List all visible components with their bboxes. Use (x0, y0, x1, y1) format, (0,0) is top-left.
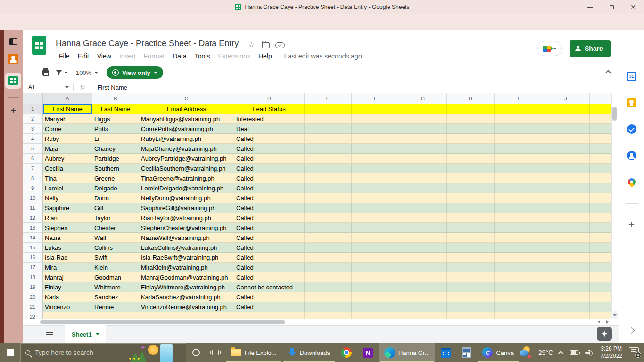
cell-C9[interactable]: LoreleiDelgado@vatraining.ph (139, 183, 234, 193)
cell-A16[interactable]: Isla-Rae (43, 253, 92, 263)
cell-I13[interactable] (495, 223, 542, 233)
cell-E16[interactable] (305, 253, 352, 263)
cell-F2[interactable] (352, 114, 399, 124)
cell-H7[interactable] (447, 164, 495, 173)
col-header-partial[interactable] (590, 93, 611, 104)
cell-I22[interactable] (495, 312, 542, 319)
cell-K19[interactable] (590, 282, 611, 292)
cell-K22[interactable] (590, 312, 611, 319)
row-header-3[interactable]: 3 (23, 124, 43, 134)
cell-K15[interactable] (590, 243, 611, 253)
cell-H11[interactable] (447, 203, 495, 213)
star-document-icon[interactable]: ☆ (248, 41, 255, 49)
cell-J5[interactable] (542, 144, 590, 154)
cell-I14[interactable] (495, 233, 542, 243)
cell-K1[interactable] (590, 104, 611, 114)
cell-J15[interactable] (542, 243, 590, 253)
filter-icon[interactable] (53, 66, 71, 79)
tray-expand-icon[interactable] (558, 351, 563, 356)
cell-I5[interactable] (495, 144, 542, 154)
sheets-logo[interactable] (32, 36, 46, 55)
cell-B13[interactable]: Chester (92, 223, 139, 233)
vertical-scrollbar-thumb[interactable] (612, 107, 617, 121)
cell-K6[interactable] (590, 154, 611, 164)
cell-E22[interactable] (305, 312, 352, 319)
cell-B4[interactable]: Li (92, 134, 139, 144)
sheet-tab-sheet1[interactable]: Sheet1 (65, 325, 106, 343)
temperature[interactable]: 29°C (538, 349, 553, 356)
row-header-12[interactable]: 12 (23, 213, 43, 223)
cell-H13[interactable] (447, 223, 495, 233)
cell-J20[interactable] (542, 292, 590, 302)
cell-H5[interactable] (447, 144, 495, 154)
cell-D20[interactable]: Called (234, 292, 305, 302)
cell-A13[interactable]: Stephen (43, 223, 92, 233)
cell-A19[interactable]: Finlay (43, 282, 92, 292)
cell-K20[interactable] (590, 292, 611, 302)
cell-G22[interactable] (399, 312, 447, 319)
cell-C13[interactable]: StephenChester@vatraining.ph (139, 223, 234, 233)
cell-F15[interactable] (352, 243, 399, 253)
cell-K18[interactable] (590, 272, 611, 282)
cell-A8[interactable]: Tina (43, 173, 92, 183)
cell-C18[interactable]: ManrajGoodman@vatraining.ph (139, 272, 234, 282)
cell-D19[interactable]: Cannot be contacted (234, 282, 305, 292)
cell-D15[interactable]: Called (234, 243, 305, 253)
cell-C3[interactable]: CorriePotts@vatraining.ph (139, 124, 234, 134)
cell-C14[interactable]: NaziaWall@vatraining.ph (139, 233, 234, 243)
all-sheets-icon[interactable] (42, 329, 57, 340)
cell-I16[interactable] (495, 253, 542, 263)
cell-D10[interactable]: Called (234, 193, 305, 203)
cell-A18[interactable]: Manraj (43, 272, 92, 282)
cell-J8[interactable] (542, 173, 590, 183)
cell-D13[interactable]: Called (234, 223, 305, 233)
new-tab-button[interactable]: + (10, 106, 16, 115)
row-header-1[interactable]: 1 (23, 104, 43, 114)
cell-G4[interactable] (399, 134, 447, 144)
cell-J12[interactable] (542, 213, 590, 223)
cell-D14[interactable]: Called (234, 233, 305, 243)
row-header-17[interactable]: 17 (23, 263, 43, 272)
cell-K8[interactable] (590, 173, 611, 183)
cell-C4[interactable]: RubyLi@vatraining.ph (139, 134, 234, 144)
row-header-8[interactable]: 8 (23, 173, 43, 183)
cell-H10[interactable] (447, 193, 495, 203)
cell-C20[interactable]: KarlaSanchez@vatraining.ph (139, 292, 234, 302)
print-icon[interactable] (39, 66, 52, 79)
cell-F7[interactable] (352, 164, 399, 173)
cell-C19[interactable]: FinlayWhitmore@vatraining.ph (139, 282, 234, 292)
cell-I6[interactable] (495, 154, 542, 164)
active-tab-sheets[interactable] (5, 73, 21, 89)
cell-A7[interactable]: Cecilia (43, 164, 92, 173)
cell-I7[interactable] (495, 164, 542, 173)
clock[interactable]: 3:26 PM 7/2/2022 (600, 346, 622, 360)
menu-data[interactable]: Data (169, 51, 190, 61)
cell-C10[interactable]: NellyDunn@vatraining.ph (139, 193, 234, 203)
maximize-button[interactable] (601, 0, 622, 14)
row-header-11[interactable]: 11 (23, 203, 43, 213)
cell-H12[interactable] (447, 213, 495, 223)
keep-icon[interactable] (627, 98, 637, 108)
cell-H17[interactable] (447, 263, 495, 272)
cell-B12[interactable]: Taylor (92, 213, 139, 223)
cell-B5[interactable]: Chaney (92, 144, 139, 154)
cell-J16[interactable] (542, 253, 590, 263)
cell-C21[interactable]: VincenzoRennie@vatraining.ph (139, 302, 234, 312)
cell-B1[interactable]: Last Name (92, 104, 139, 114)
cell-A1[interactable]: First Name (43, 104, 92, 114)
weather-icon[interactable] (520, 346, 532, 359)
move-folder-icon[interactable] (262, 42, 270, 48)
menu-view[interactable]: View (94, 51, 115, 61)
cell-H20[interactable] (447, 292, 495, 302)
scroll-down-arrow[interactable] (611, 311, 618, 319)
cell-I4[interactable] (495, 134, 542, 144)
col-header-F[interactable]: F (352, 93, 399, 104)
cell-F16[interactable] (352, 253, 399, 263)
cell-A15[interactable]: Lukas (43, 243, 92, 253)
cell-D18[interactable]: Called (234, 272, 305, 282)
cell-J9[interactable] (542, 183, 590, 193)
cell-G15[interactable] (399, 243, 447, 253)
menu-help[interactable]: Help (255, 51, 275, 61)
cell-D21[interactable]: Called (234, 302, 305, 312)
browser-tab[interactable]: Hanna Grace Caye - Practice Sheet - Data… (0, 0, 644, 14)
